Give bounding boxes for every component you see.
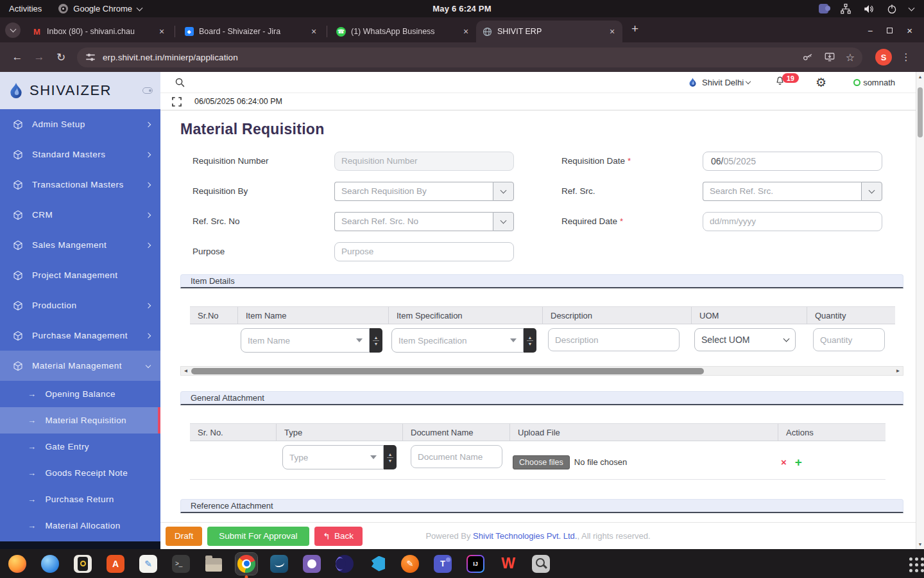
browser-profile-avatar[interactable]: S [875,49,892,66]
sidebar-item-sales-management[interactable]: Sales Mangement [0,230,160,260]
notifications-button[interactable]: 19 [774,76,794,89]
bookmark-star-icon[interactable]: ☆ [846,51,855,64]
taskbar-eclipse[interactable] [334,553,355,575]
company-selector[interactable]: Shivit Delhi [702,78,744,87]
password-key-icon[interactable] [802,51,814,63]
tab-whatsapp[interactable]: ☎ (1) WhatsApp Business × [330,21,476,42]
taskbar-github-desktop[interactable] [301,553,323,575]
tab-search-button[interactable] [5,22,21,38]
taskbar-terminal[interactable]: >_ [170,553,192,575]
document-name-input[interactable] [411,445,502,468]
close-icon[interactable]: × [157,26,167,37]
sidebar-item-purchase-management[interactable]: Purchase Management [0,320,160,351]
dropdown-button[interactable] [493,182,514,201]
activities-button[interactable]: Activities [9,4,42,13]
stepper-control[interactable]: ▲▼ [524,328,536,353]
tab-jira[interactable]: ◆ Board - Shivaizer - Jira × [178,21,324,42]
item-spec-combobox[interactable]: Item Specification ▲▼ [391,328,536,353]
add-row-icon[interactable]: + [795,458,802,467]
draft-button[interactable]: Draft [166,527,202,546]
sidebar-subitem-gate-entry[interactable]: → Gate Entry [0,434,160,460]
dropdown-button[interactable] [493,212,514,231]
attachment-type-combobox[interactable]: Type ▲▼ [282,445,397,469]
taskbar-chrome-active[interactable] [235,553,257,575]
vertical-scrollbar[interactable]: ▲ ▼ [916,72,924,549]
taskbar-pen-app[interactable]: ✎ [399,553,421,575]
address-bar[interactable]: erp.shivit.net.in/minierp/application ☆ [77,48,862,67]
tab-gmail[interactable]: M Inbox (80) - shivani.chau × [26,21,172,42]
taskbar-thunderbird[interactable] [39,553,61,575]
item-name-combobox[interactable]: Item Name ▲▼ [241,328,382,353]
window-close-button[interactable]: × [907,25,912,36]
stepper-down-icon[interactable]: ▼ [374,342,379,346]
description-input[interactable] [548,328,680,351]
ref-src-select[interactable] [703,182,882,201]
sidebar-item-project-management[interactable]: Project Management [0,260,160,290]
scrollbar-thumb[interactable] [191,368,704,374]
requisition-by-select[interactable] [334,182,514,201]
sidebar-subitem-opening-balance[interactable]: → Opening Balance [0,381,160,407]
scroll-down-icon[interactable]: ▼ [916,542,924,547]
stepper-up-icon[interactable]: ▲ [528,335,533,340]
sidebar-item-crm[interactable]: CRM [0,200,160,230]
taskbar-vscode[interactable] [366,553,388,575]
close-icon[interactable]: × [607,26,617,37]
uom-select[interactable]: Select UOM [694,328,796,351]
taskbar-text-editor[interactable]: ✎ [137,553,159,575]
back-button[interactable]: ↰ Back [314,527,363,546]
volume-icon[interactable] [863,3,875,15]
network-icon[interactable] [840,3,851,15]
sidebar-subitem-material-requisition[interactable]: → Material Requisition [0,407,160,434]
sidebar-item-standard-masters[interactable]: Standard Masters [0,139,160,170]
scroll-up-icon[interactable]: ▲ [916,74,924,79]
taskbar-rhythmbox[interactable] [72,553,94,575]
sidebar-item-production[interactable]: Production [0,290,160,320]
back-button[interactable]: ← [8,48,26,66]
taskbar-files[interactable] [203,553,225,575]
stepper-control[interactable]: ▲▼ [384,445,397,469]
dropdown-button[interactable] [861,182,882,201]
choose-files-button[interactable]: Choose files [513,455,570,469]
required-date-input[interactable] [703,212,882,231]
stepper-control[interactable]: ▲▼ [370,328,382,353]
horizontal-scrollbar[interactable]: ◄ ► [180,366,903,376]
forward-button[interactable]: → [30,48,48,66]
new-tab-button[interactable]: + [631,22,638,36]
submit-for-approval-button[interactable]: Submit For Approval [207,527,309,546]
user-menu[interactable]: somnath [853,78,895,87]
taskbar-intellij-idea[interactable]: IJ [465,553,486,575]
search-icon[interactable] [175,77,185,88]
tab-shivit-erp-active[interactable]: SHIVIT ERP × [476,21,622,42]
system-menu-chevron-icon[interactable] [909,4,915,11]
scroll-left-icon[interactable]: ◄ [181,368,191,374]
requisition-number-input[interactable] [334,152,514,171]
teams-tray-icon[interactable] [819,4,828,13]
install-cast-icon[interactable] [824,51,835,63]
purpose-input[interactable] [334,242,514,261]
settings-gear-icon[interactable]: ⚙ [816,76,826,89]
delete-row-icon[interactable]: × [781,457,787,468]
taskbar-screenshot-tool[interactable] [530,553,552,575]
shivit-technologies-link[interactable]: Shivit Technologies Pvt. Ltd. [473,531,577,541]
requisition-by-input[interactable] [334,182,493,201]
sidebar-collapse-toggle[interactable] [142,87,153,94]
scrollbar-thumb[interactable] [918,87,923,137]
clock[interactable]: May 6 6:24 PM [432,4,491,13]
quantity-input[interactable] [813,328,885,351]
stepper-down-icon[interactable]: ▼ [528,342,533,346]
power-icon[interactable] [886,3,898,15]
close-icon[interactable]: × [461,26,471,37]
ref-src-no-select[interactable] [334,212,514,231]
stepper-up-icon[interactable]: ▲ [374,335,379,340]
scroll-right-icon[interactable]: ► [893,368,903,374]
sidebar-item-material-management[interactable]: Material Management [0,351,160,381]
ref-src-no-input[interactable] [334,212,493,231]
taskbar-mysql-workbench[interactable] [268,553,290,575]
taskbar-wps-office[interactable]: W [497,553,519,575]
fullscreen-icon[interactable] [172,97,182,107]
url-text[interactable]: erp.shivit.net.in/minierp/application [103,53,792,62]
browser-menu-icon[interactable]: ⋮ [897,48,915,66]
sidebar-item-transactional-masters[interactable]: Transactional Masters [0,170,160,200]
requisition-date-input[interactable]: 06/05/2025 [703,152,882,171]
app-menu[interactable]: Google Chrome [58,4,142,13]
